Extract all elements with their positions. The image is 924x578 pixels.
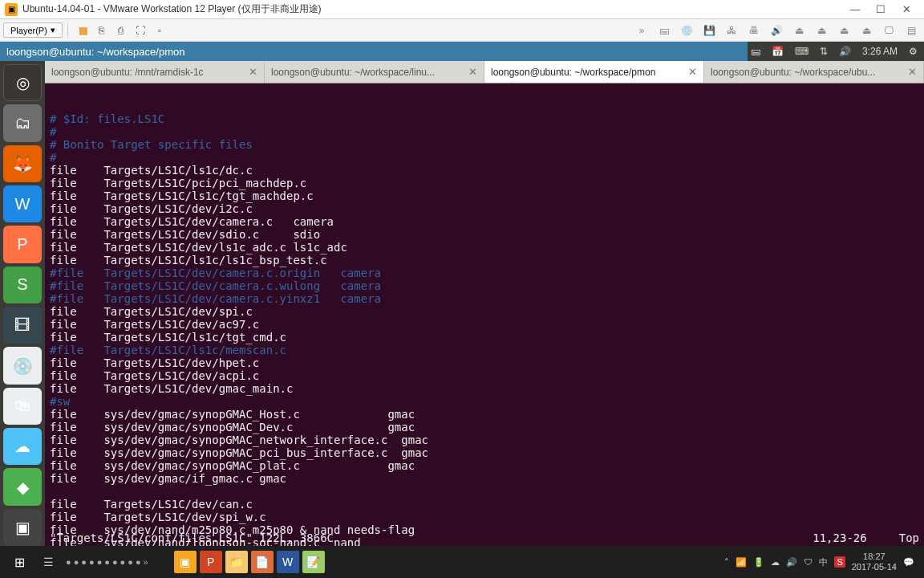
ql-expand-icon[interactable]: » [144, 557, 148, 567]
fullscreen-icon[interactable]: ⛶ [132, 22, 148, 39]
ql-icon-10[interactable]: ● [136, 557, 141, 567]
ubuntu-guest-desktop: loongson@ubuntu: ~/workspace/pmon 🖴 📅 ⌨ … [0, 42, 924, 546]
device-display-icon[interactable]: 🖵 [881, 22, 897, 39]
close-icon[interactable]: ✕ [688, 66, 697, 78]
terminal-tab-0[interactable]: loongson@ubuntu: /mnt/ramdisk-1c✕ [45, 61, 265, 83]
tray-battery-icon[interactable]: 🔋 [753, 557, 764, 568]
device-print-icon[interactable]: 🖶 [746, 22, 762, 39]
menubar-calendar-icon[interactable]: 📅 [772, 46, 784, 57]
windows-taskbar: ⊞ ☰ ● ● ● ● ● ● ● ● ● ● » ▣ P 📁 📄 W 📝 ˄ … [0, 546, 924, 578]
device-sound-icon[interactable]: 🔊 [768, 22, 784, 39]
menubar-keyboard-icon[interactable]: ⌨ [795, 46, 808, 57]
launcher-wps-writer-icon[interactable]: W [3, 185, 42, 222]
ql-icon-6[interactable]: ● [104, 557, 110, 567]
quick-launch: ● ● ● ● ● ● ● ● ● ● » [66, 557, 148, 567]
terminal-body[interactable]: # $Id: files.LS1C## Bonito Target specif… [45, 83, 924, 546]
menubar-gear-icon[interactable]: ⚙ [909, 46, 918, 57]
close-button[interactable]: ✕ [894, 0, 919, 19]
ql-icon-2[interactable]: ● [74, 557, 79, 567]
device-cd-icon[interactable]: 💿 [679, 22, 695, 39]
maximize-button[interactable]: ☐ [868, 0, 894, 19]
tray-notifications-icon[interactable]: 💬 [903, 557, 914, 568]
menubar-disk-icon[interactable]: 🖴 [751, 46, 760, 57]
launcher-firefox-icon[interactable]: 🦊 [3, 145, 42, 182]
launcher-terminal-icon[interactable]: ▣ [3, 509, 42, 546]
tray-clock[interactable]: 18:27 2017-05-14 [852, 552, 897, 572]
terminal-line [50, 485, 919, 498]
player-menu-label: Player(P) [10, 26, 47, 35]
terminal-line: file sys/dev/gmac/synopGMAC_network_inte… [50, 434, 919, 446]
terminal-line: #file Targets/LS1C/dev/camera.c.yinxz1 c… [50, 292, 919, 305]
terminal-tab-2[interactable]: loongson@ubuntu: ~/workspace/pmon✕ [484, 61, 704, 83]
device-usb3-icon[interactable]: ⏏ [836, 22, 852, 39]
terminal-line: file Targets/LS1C/dev/acpi.c [50, 369, 919, 382]
launcher-weather-icon[interactable]: ☁ [3, 428, 42, 465]
device-hdd-icon[interactable]: 🖴 [656, 22, 672, 39]
terminal-line: file Targets/LS1C/ls1c/tgt_machdep.c [50, 189, 919, 202]
snapshot-icon[interactable]: ⎙ [113, 22, 129, 39]
taskbar-notepad-icon[interactable]: 📝 [302, 551, 325, 573]
menubar-clock[interactable]: 3:26 AM [862, 46, 898, 57]
device-arrow-icon[interactable]: » [634, 22, 650, 39]
terminal-line: #file Targets/LS1C/dev/camera.c.origin c… [50, 267, 919, 279]
tray-onedrive-icon[interactable]: ☁ [771, 557, 780, 568]
tray-shield-icon[interactable]: 🛡 [804, 557, 813, 567]
device-usb1-icon[interactable]: ⏏ [791, 22, 807, 39]
terminal-line: file sys/dev/gmac/if_gmac.c gmac [50, 472, 919, 485]
unity-launcher: ◎ 🗂 🦊 W P S 🎞 💿 🛍 ☁ ◆ ▣ [0, 61, 45, 546]
start-button[interactable]: ⊞ [3, 546, 35, 578]
launcher-app-icon[interactable]: ◆ [3, 468, 42, 505]
close-icon[interactable]: ✕ [249, 66, 257, 78]
tray-network-icon[interactable]: 📶 [736, 557, 747, 568]
taskview-icon[interactable]: ☰ [37, 551, 59, 573]
launcher-disk-icon[interactable]: 💿 [3, 347, 42, 384]
send-ctrl-alt-del-icon[interactable]: ⎘ [94, 22, 110, 39]
pause-icon[interactable]: ▮▮ [75, 22, 91, 39]
tray-sound-icon[interactable]: 🔊 [786, 557, 797, 568]
taskbar-powerpoint-icon[interactable]: P [200, 551, 222, 573]
ql-icon-3[interactable]: ● [81, 557, 87, 567]
menubar-sound-icon[interactable]: 🔊 [839, 46, 851, 57]
vim-status-position: Top [899, 531, 919, 544]
ql-icon-4[interactable]: ● [89, 557, 95, 567]
player-menu-button[interactable]: Player(P) ▾ [3, 22, 63, 38]
ql-icon-9[interactable]: ● [128, 557, 133, 567]
launcher-dash-icon[interactable]: ◎ [3, 64, 42, 101]
launcher-wps-spreadsheet-icon[interactable]: S [3, 267, 42, 303]
launcher-files-icon[interactable]: 🗂 [3, 104, 42, 141]
menubar-network-icon[interactable]: ⇅ [820, 46, 828, 57]
launcher-wps-presentation-icon[interactable]: P [3, 226, 42, 263]
minimize-button[interactable]: — [842, 0, 868, 19]
terminal-tab-bar: loongson@ubuntu: /mnt/ramdisk-1c✕loongso… [45, 61, 924, 83]
terminal-line: file Targets/LS1C/dev/camera.c camera [50, 215, 919, 228]
ql-icon-1[interactable]: ● [66, 557, 71, 567]
terminal-line: file Targets/LS1C/dev/sdio.c sdio [50, 228, 919, 241]
launcher-software-center-icon[interactable]: 🛍 [3, 388, 42, 425]
tray-ime-icon[interactable]: S [834, 556, 845, 568]
device-more-icon[interactable]: ▤ [903, 22, 919, 39]
close-icon[interactable]: ✕ [468, 66, 477, 78]
terminal-line: file sys/dev/gmac/synopGMAC_pci_bus_inte… [50, 446, 919, 459]
device-floppy-icon[interactable]: 💾 [701, 22, 717, 39]
close-icon[interactable]: ✕ [908, 66, 917, 78]
ql-icon-8[interactable]: ● [120, 557, 126, 567]
device-usb4-icon[interactable]: ⏏ [858, 22, 874, 39]
ql-icon-7[interactable]: ● [112, 557, 118, 567]
tray-up-icon[interactable]: ˄ [724, 557, 729, 568]
device-network-icon[interactable]: 🖧 [723, 22, 740, 39]
terminal-line: file Targets/LS1C/dev/hpet.c [50, 356, 919, 369]
terminal-tab-1[interactable]: loongson@ubuntu: ~/workspace/linu...✕ [265, 61, 484, 83]
terminal-line: # Bonito Target specific files [50, 138, 919, 151]
vmware-window-title: Ubuntu-14.04-01 - VMware Workstation 12 … [22, 2, 842, 16]
taskbar-vmware-icon[interactable]: ▣ [174, 551, 197, 573]
launcher-media-icon[interactable]: 🎞 [3, 307, 42, 344]
device-usb2-icon[interactable]: ⏏ [813, 22, 829, 39]
ql-icon-5[interactable]: ● [97, 557, 103, 567]
taskbar-word-icon[interactable]: W [277, 551, 299, 573]
tray-ime-label[interactable]: 中 [819, 556, 828, 568]
taskbar-pdf-icon[interactable]: 📄 [251, 551, 274, 573]
terminal-tab-3[interactable]: loongson@ubuntu: ~/workspace/ubu...✕ [704, 61, 924, 83]
terminal-line: # $Id: files.LS1C [50, 112, 919, 125]
unity-mode-icon[interactable]: ▫ [152, 22, 168, 39]
taskbar-explorer-icon[interactable]: 📁 [225, 551, 248, 573]
